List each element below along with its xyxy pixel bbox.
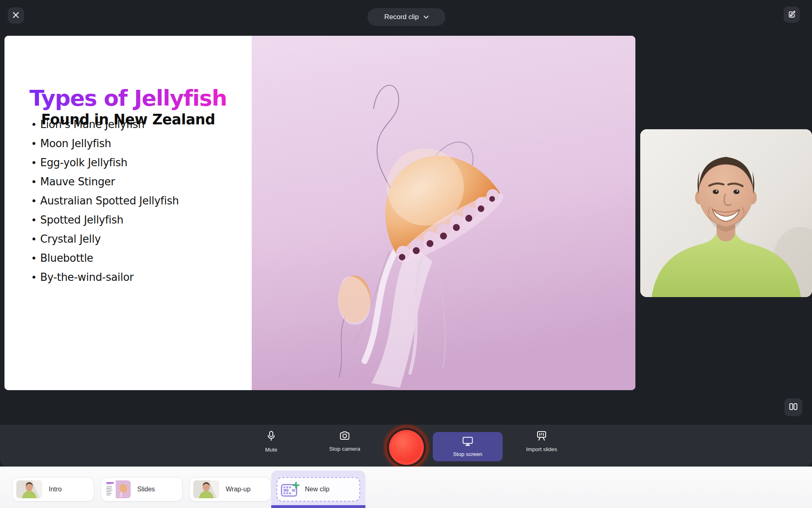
stop-screen-button[interactable]: Stop screen — [433, 432, 503, 461]
stop-screen-label: Stop screen — [453, 451, 482, 457]
selected-clip-underline — [271, 505, 365, 508]
clip-card-slides[interactable]: Slides — [101, 477, 183, 501]
slide-title: Types of Jellyfish — [4, 85, 252, 111]
edit-notes-button[interactable] — [784, 7, 800, 23]
compose-edit-icon — [788, 10, 796, 20]
filmstrip-icon — [281, 482, 300, 497]
clip-thumbnail-camera — [16, 480, 42, 498]
clip-label: Intro — [49, 486, 62, 493]
bullet-item: Spotted Jellyfish — [32, 210, 179, 229]
shared-slide: Types of Jellyfish Found in New Zealand … — [4, 36, 635, 390]
clip-card-intro[interactable]: Intro — [12, 477, 94, 501]
import-slides-button[interactable]: Import slides — [515, 431, 568, 452]
close-icon — [12, 11, 19, 20]
bullet-item: Egg-yolk Jellyfish — [32, 153, 179, 172]
bullet-item: Crystal Jelly — [32, 229, 179, 248]
bullet-item: Lion’s Mane Jellyfish — [32, 115, 179, 134]
jellyfish-photo — [252, 36, 635, 390]
clip-card-wrapup[interactable]: Wrap-up — [189, 477, 271, 501]
bullet-item: Australian Spotted Jellyfish — [32, 191, 179, 210]
bullet-item: Moon Jellyfish — [32, 134, 179, 153]
chevron-down-icon — [423, 13, 429, 21]
bullet-item: By-the-wind-sailor — [32, 267, 179, 287]
stop-camera-label: Stop camera — [329, 446, 361, 452]
record-stop-button[interactable] — [389, 430, 424, 465]
stop-camera-button[interactable]: Stop camera — [318, 431, 371, 452]
presentation-board-icon — [536, 431, 547, 442]
import-slides-label: Import slides — [526, 446, 557, 452]
microphone-icon — [266, 431, 276, 443]
slide-text-panel: Types of Jellyfish Found in New Zealand … — [4, 36, 252, 390]
bullet-item: Mauve Stinger — [32, 172, 179, 191]
presenter-portrait — [640, 129, 812, 297]
clip-label: Slides — [137, 486, 155, 493]
record-clip-label: Record clip — [384, 13, 419, 21]
record-clip-dropdown[interactable]: Record clip — [367, 8, 445, 26]
close-button[interactable] — [8, 7, 24, 24]
clip-card-new-clip[interactable]: New clip — [276, 477, 360, 501]
webcam-preview — [640, 129, 812, 297]
recorder-app: Record clip Types of Jellyfish Found in … — [0, 0, 812, 508]
plus-icon — [293, 482, 299, 488]
record-circle — [391, 432, 421, 462]
clip-thumbnail-slide — [105, 480, 131, 498]
bullet-item: Bluebottle — [32, 248, 179, 267]
monitor-icon — [462, 436, 473, 447]
camera-icon — [339, 431, 350, 442]
split-view-icon — [789, 403, 797, 411]
mute-button[interactable]: Mute — [245, 431, 298, 453]
layout-split-button[interactable] — [784, 398, 802, 416]
clip-label: New clip — [305, 486, 329, 493]
clip-thumbnail-camera — [193, 480, 219, 498]
clip-label: Wrap-up — [226, 486, 251, 493]
slide-bullet-list: Lion’s Mane Jellyfish Moon Jellyfish Egg… — [32, 115, 179, 287]
mute-label: Mute — [265, 447, 277, 453]
